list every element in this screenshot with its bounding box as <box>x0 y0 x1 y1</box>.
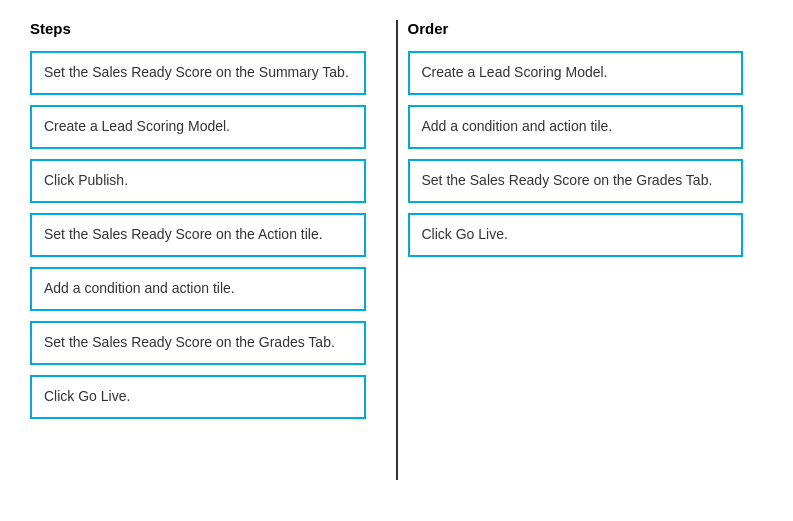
step-card[interactable]: Create a Lead Scoring Model. <box>30 105 366 149</box>
order-card[interactable]: Create a Lead Scoring Model. <box>408 51 744 95</box>
step-card[interactable]: Set the Sales Ready Score on the Grades … <box>30 321 366 365</box>
main-container: Steps Set the Sales Ready Score on the S… <box>0 0 793 500</box>
step-card[interactable]: Click Publish. <box>30 159 366 203</box>
order-list: Create a Lead Scoring Model.Add a condit… <box>408 51 744 257</box>
order-card[interactable]: Click Go Live. <box>408 213 744 257</box>
order-card[interactable]: Add a condition and action tile. <box>408 105 744 149</box>
order-card[interactable]: Set the Sales Ready Score on the Grades … <box>408 159 744 203</box>
steps-header: Steps <box>30 20 366 37</box>
step-card[interactable]: Click Go Live. <box>30 375 366 419</box>
column-divider <box>396 20 398 480</box>
step-card[interactable]: Add a condition and action tile. <box>30 267 366 311</box>
order-column: Order Create a Lead Scoring Model.Add a … <box>408 20 764 480</box>
step-card[interactable]: Set the Sales Ready Score on the Action … <box>30 213 366 257</box>
step-card[interactable]: Set the Sales Ready Score on the Summary… <box>30 51 366 95</box>
steps-column: Steps Set the Sales Ready Score on the S… <box>30 20 386 480</box>
order-header: Order <box>408 20 744 37</box>
steps-list: Set the Sales Ready Score on the Summary… <box>30 51 366 419</box>
